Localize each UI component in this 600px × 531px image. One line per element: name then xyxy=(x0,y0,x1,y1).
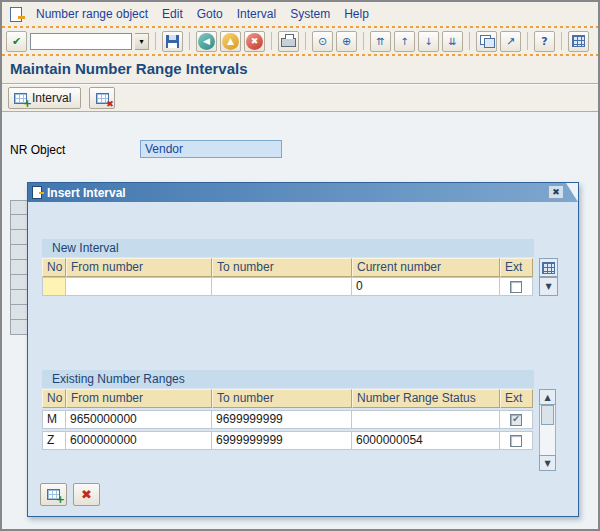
back-icon: ◀ xyxy=(198,33,215,50)
save-button[interactable] xyxy=(162,31,183,52)
ext-checkbox[interactable] xyxy=(510,281,522,293)
command-dropdown-button[interactable]: ▾ xyxy=(135,33,149,50)
cancel-icon: ✖ xyxy=(246,33,263,50)
to-number-input-cell[interactable] xyxy=(212,277,352,296)
content-area: NR Object Vendor Insert Interval ✖ New xyxy=(2,112,598,529)
first-page-button[interactable]: ⇈ xyxy=(370,31,391,52)
next-page-button[interactable]: ↓ xyxy=(418,31,439,52)
column-header-to-number: To number xyxy=(212,389,352,408)
title-bar: Maintain Number Range Intervals xyxy=(2,56,598,83)
table-row: M 9650000000 9699999999 xyxy=(42,410,533,429)
scrollbar-up-button[interactable]: ▲ xyxy=(539,389,556,405)
window-icon xyxy=(10,7,22,22)
new-interval-row: 0 xyxy=(42,277,533,296)
insert-interval-confirm-button[interactable]: + xyxy=(40,483,67,506)
create-shortcut-button[interactable]: ↗ xyxy=(500,31,521,52)
menu-item-number-range-object[interactable]: Number range object xyxy=(36,7,148,21)
dialog-corner xyxy=(566,183,578,202)
ext-cell xyxy=(500,277,533,296)
background-row-selectors xyxy=(10,200,28,335)
table-settings-button[interactable] xyxy=(539,258,558,277)
toolbar-separator xyxy=(527,32,528,50)
scrollbar-thumb[interactable] xyxy=(541,405,554,425)
exit-icon: ▲ xyxy=(222,33,239,50)
arrow-down-icon: ▼ xyxy=(545,282,551,291)
menu-item-system[interactable]: System xyxy=(290,7,330,21)
print-button[interactable] xyxy=(278,31,299,52)
existing-ranges-section-title: Existing Number Ranges xyxy=(42,370,534,388)
previous-page-icon: ↑ xyxy=(400,36,408,47)
page-title: Maintain Number Range Intervals xyxy=(10,60,248,77)
from-number-input-cell[interactable] xyxy=(66,277,212,296)
customize-layout-button[interactable] xyxy=(568,31,589,52)
menu-item-help[interactable]: Help xyxy=(344,7,369,21)
dialog-title-bar[interactable]: Insert Interval ✖ xyxy=(28,183,578,202)
row-selector[interactable] xyxy=(10,245,28,260)
column-header-to-number: To number xyxy=(212,258,352,277)
application-toolbar: + Interval ✖ xyxy=(2,85,598,111)
nr-object-field[interactable]: Vendor xyxy=(140,140,282,158)
enter-button[interactable]: ✔ xyxy=(6,31,27,52)
toolbar-separator xyxy=(305,32,306,50)
menu-item-edit[interactable]: Edit xyxy=(162,7,183,21)
dialog-close-button[interactable]: ✖ xyxy=(548,185,564,199)
save-icon xyxy=(166,35,179,48)
row-selector[interactable] xyxy=(10,275,28,290)
row-selector[interactable] xyxy=(10,320,28,335)
column-header-ext: Ext xyxy=(500,258,533,277)
to-number-cell[interactable]: 9699999999 xyxy=(212,410,352,429)
no-input-cell[interactable] xyxy=(42,277,66,296)
row-selector[interactable] xyxy=(10,200,28,215)
table-row: Z 6000000000 6999999999 6000000054 xyxy=(42,431,533,450)
toolbar-separator xyxy=(561,32,562,50)
no-cell[interactable]: Z xyxy=(42,431,66,450)
back-button[interactable]: ◀ xyxy=(196,31,217,52)
insert-interval-dialog: Insert Interval ✖ New Interval No From n… xyxy=(27,182,579,517)
last-page-button[interactable]: ⇊ xyxy=(442,31,463,52)
current-number-input-cell[interactable]: 0 xyxy=(352,277,500,296)
to-number-cell[interactable]: 6999999999 xyxy=(212,431,352,450)
scrollbar-down-button[interactable]: ▼ xyxy=(539,455,556,471)
previous-page-button[interactable]: ↑ xyxy=(394,31,415,52)
no-cell[interactable]: M xyxy=(42,410,66,429)
next-page-icon: ↓ xyxy=(424,36,432,47)
ext-checkbox[interactable] xyxy=(510,435,522,447)
find-next-icon: ⊕ xyxy=(342,35,351,48)
existing-ranges-header-row: No From number To number Number Range St… xyxy=(42,389,533,408)
insert-interval-icon: + xyxy=(14,93,27,104)
menu-bar: Number range object Edit Goto Interval S… xyxy=(2,2,598,26)
command-field[interactable] xyxy=(30,33,132,50)
scroll-down-button[interactable]: ▼ xyxy=(539,277,558,296)
new-session-button[interactable] xyxy=(476,31,497,52)
menu-item-interval[interactable]: Interval xyxy=(237,7,276,21)
from-number-cell[interactable]: 9650000000 xyxy=(66,410,212,429)
row-selector[interactable] xyxy=(10,290,28,305)
number-range-status-cell[interactable]: 6000000054 xyxy=(352,431,500,450)
ext-cell xyxy=(500,410,533,429)
cancel-button[interactable]: ✖ xyxy=(244,31,265,52)
find-button[interactable]: ⊙ xyxy=(312,31,333,52)
arrow-down-icon: ▼ xyxy=(544,459,550,468)
row-selector[interactable] xyxy=(10,260,28,275)
new-session-icon xyxy=(480,35,494,47)
delete-interval-button[interactable]: ✖ xyxy=(89,87,115,109)
column-header-no: No xyxy=(42,389,66,408)
dialog-cancel-button[interactable]: ✖ xyxy=(73,483,100,506)
table-settings-icon xyxy=(542,262,555,274)
interval-button[interactable]: + Interval xyxy=(8,87,81,109)
toolbar-separator xyxy=(189,32,190,50)
from-number-cell[interactable]: 6000000000 xyxy=(66,431,212,450)
number-range-status-cell[interactable] xyxy=(352,410,500,429)
row-selector[interactable] xyxy=(10,215,28,230)
ext-cell xyxy=(500,431,533,450)
find-icon: ⊙ xyxy=(318,35,327,48)
exit-button[interactable]: ▲ xyxy=(220,31,241,52)
scrollbar-track[interactable] xyxy=(539,405,556,455)
column-header-from-number: From number xyxy=(66,389,212,408)
find-next-button[interactable]: ⊕ xyxy=(336,31,357,52)
help-button[interactable]: ? xyxy=(534,31,555,52)
menu-item-goto[interactable]: Goto xyxy=(197,7,223,21)
customize-layout-icon xyxy=(572,35,585,47)
row-selector[interactable] xyxy=(10,230,28,245)
row-selector[interactable] xyxy=(10,305,28,320)
